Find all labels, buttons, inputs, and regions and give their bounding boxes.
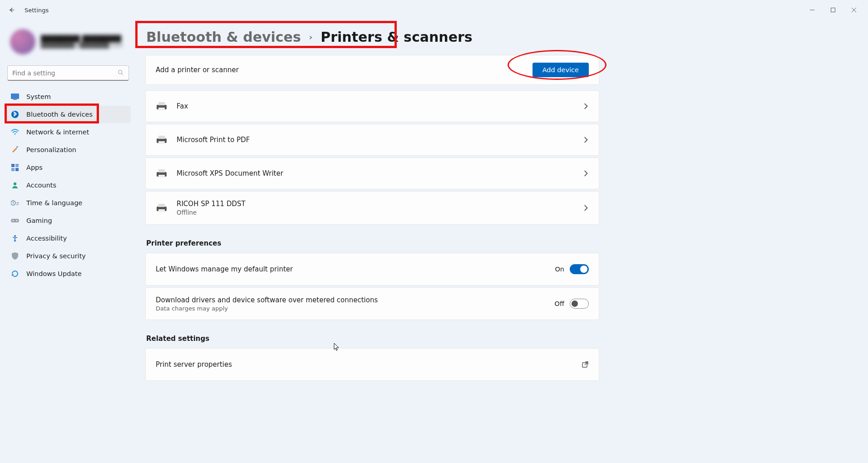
sidebar-item-network[interactable]: Network & internet [5, 123, 131, 141]
maximize-button[interactable] [823, 3, 843, 17]
accessibility-icon [11, 234, 19, 242]
svg-point-11 [14, 182, 16, 185]
sidebar-item-label: Personalization [26, 146, 76, 153]
sidebar-item-apps[interactable]: Apps [5, 159, 131, 176]
chevron-right-icon [582, 103, 589, 109]
breadcrumb-parent[interactable]: Bluetooth & devices [146, 29, 301, 45]
printer-icon [156, 135, 168, 145]
svg-point-1 [118, 70, 122, 74]
breadcrumb-current: Printers & scanners [321, 29, 472, 45]
nav-list: System Bluetooth & devices Network & int… [5, 88, 131, 282]
printer-icon [156, 168, 168, 178]
sidebar-item-privacy-security[interactable]: Privacy & security [5, 247, 131, 265]
printer-name: Fax [177, 102, 188, 110]
svg-rect-23 [158, 141, 165, 144]
default-printer-toggle[interactable] [570, 264, 589, 274]
svg-rect-20 [158, 108, 165, 110]
svg-rect-8 [15, 164, 19, 167]
printer-name: Microsoft Print to PDF [177, 136, 250, 144]
printer-icon [156, 203, 168, 213]
sidebar-item-label: System [26, 93, 51, 100]
add-printer-card: Add a printer or scanner Add device [145, 55, 599, 85]
svg-rect-22 [158, 136, 165, 139]
arrow-left-icon [8, 6, 15, 14]
search-input[interactable] [7, 65, 129, 81]
chevron-right-icon [582, 170, 589, 177]
svg-rect-6 [16, 146, 18, 148]
related-print-server[interactable]: Print server properties [145, 348, 599, 381]
sidebar-item-label: Apps [26, 164, 43, 171]
minimize-icon [809, 7, 815, 13]
sidebar-item-label: Network & internet [26, 128, 89, 136]
sidebar-item-system[interactable]: System [5, 88, 131, 105]
profile-name: ████████ ████████ [41, 35, 123, 42]
sidebar-item-gaming[interactable]: Gaming [5, 212, 131, 229]
printer-preferences-heading: Printer preferences [146, 239, 600, 247]
svg-rect-10 [15, 168, 19, 171]
sidebar-item-label: Gaming [26, 217, 52, 224]
sidebar-item-label: Bluetooth & devices [26, 111, 93, 118]
pref-default-printer: Let Windows manage my default printer On [145, 253, 599, 286]
svg-rect-29 [158, 209, 165, 212]
window-controls [802, 3, 864, 17]
printer-name: RICOH SP 111 DDST [177, 200, 246, 208]
open-external-icon [582, 361, 589, 368]
add-device-button[interactable]: Add device [533, 63, 589, 77]
sidebar-item-label: Accounts [26, 182, 56, 189]
breadcrumb: Bluetooth & devices › Printers & scanner… [145, 25, 850, 55]
svg-point-15 [13, 220, 14, 222]
sidebar-item-label: Time & language [26, 199, 83, 207]
close-button[interactable] [843, 3, 864, 17]
add-printer-label: Add a printer or scanner [156, 66, 239, 74]
svg-rect-7 [11, 164, 15, 167]
related-settings-heading: Related settings [146, 335, 600, 343]
pref-label: Let Windows manage my default printer [156, 265, 293, 273]
printer-row-ms-xps[interactable]: Microsoft XPS Document Writer [145, 158, 599, 189]
svg-rect-0 [831, 8, 835, 12]
pref-sublabel: Data charges may apply [156, 305, 378, 312]
user-profile[interactable]: ████████ ████████ ████████@███████.com [5, 26, 131, 63]
svg-rect-28 [158, 204, 165, 207]
chevron-right-icon: › [309, 32, 312, 42]
printer-name: Microsoft XPS Document Writer [177, 169, 283, 177]
main-content: Bluetooth & devices › Printers & scanner… [136, 20, 868, 463]
related-label: Print server properties [156, 360, 232, 369]
printer-row-fax[interactable]: Fax [145, 90, 599, 122]
toggle-state-label: Off [555, 300, 564, 307]
chevron-right-icon [582, 205, 589, 211]
sidebar-item-personalization[interactable]: Personalization [5, 141, 131, 158]
profile-email: ████████@███████.com [41, 42, 123, 49]
clock-globe-icon: 文 [11, 199, 19, 207]
titlebar: Settings [0, 0, 868, 20]
svg-point-16 [16, 220, 18, 222]
wifi-icon [11, 128, 19, 136]
sidebar-item-accessibility[interactable]: Accessibility [5, 230, 131, 247]
metered-toggle[interactable] [570, 299, 589, 309]
svg-point-5 [14, 133, 15, 134]
toggle-state-label: On [555, 266, 564, 273]
sidebar-item-windows-update[interactable]: Windows Update [5, 265, 131, 282]
svg-rect-2 [11, 94, 19, 99]
maximize-icon [830, 7, 836, 13]
close-icon [851, 7, 857, 13]
svg-rect-3 [13, 99, 17, 100]
avatar [10, 29, 35, 54]
search-icon [117, 69, 124, 76]
pref-metered-downloads: Download drivers and device software ove… [145, 287, 599, 320]
printer-row-ricoh[interactable]: RICOH SP 111 DDST Offline [145, 191, 599, 225]
apps-icon [11, 163, 19, 172]
minimize-button[interactable] [802, 3, 823, 17]
pref-label: Download drivers and device software ove… [156, 296, 378, 304]
person-icon [11, 181, 19, 189]
sidebar-item-accounts[interactable]: Accounts [5, 177, 131, 194]
sidebar-item-bluetooth-devices[interactable]: Bluetooth & devices [5, 106, 131, 123]
sidebar: ████████ ████████ ████████@███████.com S… [0, 20, 136, 463]
sidebar-item-label: Accessibility [26, 235, 67, 242]
update-icon [11, 270, 19, 278]
back-button[interactable] [4, 2, 20, 18]
bluetooth-icon [11, 110, 19, 118]
sidebar-item-time-language[interactable]: 文 Time & language [5, 194, 131, 212]
printer-icon [156, 101, 168, 111]
printer-row-ms-print-pdf[interactable]: Microsoft Print to PDF [145, 124, 599, 156]
gamepad-icon [11, 217, 19, 225]
